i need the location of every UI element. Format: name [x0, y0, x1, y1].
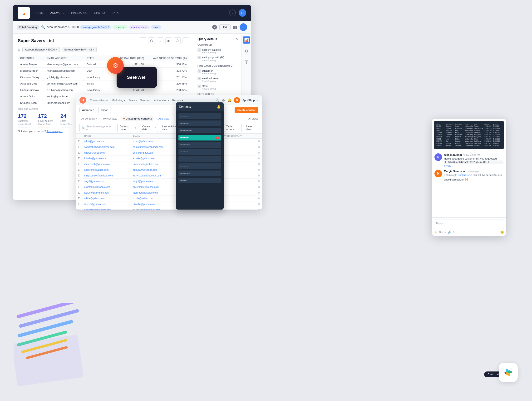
hs-table-actions-button[interactable]: Table actions — [224, 124, 242, 132]
dark-list-item[interactable]: ••••••••••••• — [178, 113, 221, 119]
hs-search-icon[interactable]: 🔍 — [215, 98, 220, 102]
info-sidebar-icon[interactable]: ⓘ — [243, 58, 250, 65]
share-button[interactable]: ⬡ — [174, 37, 181, 44]
row-checkbox[interactable]: ☐ — [76, 162, 82, 167]
contact-dot-action[interactable] — [256, 190, 262, 196]
contact-dot-action[interactable] — [256, 173, 262, 179]
dark-list-item[interactable]: ••••••••••• — [178, 121, 221, 126]
hs-brand-chevron[interactable]: ▾ — [257, 99, 258, 101]
contact-dot-action[interactable] — [256, 139, 262, 144]
row-checkbox[interactable]: ☐ — [76, 173, 82, 179]
row-checkbox[interactable]: ☐ — [76, 196, 82, 201]
hs-all-views-link[interactable]: All views — [248, 117, 258, 120]
contact-dot-action[interactable] — [256, 184, 262, 190]
hs-tab-my-contacts[interactable]: My contacts — [101, 116, 119, 121]
list-item[interactable]: ☐ n.little@yahoo.com n.little@yahoo.com … — [76, 196, 262, 201]
reply-input[interactable]: Reply... — [434, 220, 504, 229]
dark-panel-bell[interactable]: 🔔 — [217, 105, 221, 109]
filter-account-balance[interactable]: Account Balance > 50000 — [22, 47, 60, 52]
contact-dot-action[interactable] — [256, 162, 262, 167]
reply-link-icon[interactable]: 🔗 — [448, 231, 451, 234]
chart-sidebar-icon[interactable]: 📊 — [243, 36, 250, 44]
list-item[interactable]: ☐ jaelynrouli@yahoo.com jaelynrouli@yaho… — [76, 190, 262, 196]
row-checkbox[interactable]: ☐ — [76, 156, 82, 162]
chip-state[interactable]: state — [151, 25, 161, 29]
contact-dot-action[interactable] — [256, 167, 262, 173]
nav-home[interactable]: HOME — [35, 11, 44, 14]
more-options-button[interactable]: ··· — [183, 37, 189, 44]
row-checkbox[interactable]: ☐ — [76, 144, 82, 150]
go-button[interactable]: Go — [219, 24, 231, 30]
chip-savings-growth[interactable]: savings growth (%) > 2 — [80, 25, 111, 29]
hs-nav-service[interactable]: Service — [140, 99, 151, 102]
reply-italic-icon[interactable]: I — [442, 231, 443, 234]
hs-nav-conversations[interactable]: Conversations — [90, 99, 108, 102]
hs-add-view-link[interactable]: + Add view — [156, 117, 169, 120]
list-item[interactable]: ☐ k.boike@yahoo.com k.boike@yahoo.com Un… — [76, 156, 262, 162]
table-view-button[interactable]: ⊞ — [140, 37, 146, 44]
contact-dot-action[interactable] — [256, 156, 262, 162]
list-item[interactable]: ☐ cherek@gmail.com cherek@gmail.com Unas… — [76, 150, 262, 156]
hs-nav-automation[interactable]: Automation — [154, 99, 169, 102]
hs-nav-reports[interactable]: Reports — [172, 99, 183, 102]
contact-dot-action[interactable] — [256, 201, 262, 207]
dark-list-item[interactable]: ••••••••••••• — [178, 142, 221, 148]
nav-spotiq[interactable]: SPOTIQ — [94, 11, 105, 14]
table-row[interactable]: Carlos Rubinowc.rubinow@yahoo.comNew Jer… — [18, 87, 189, 93]
list-item[interactable]: ☐ harleyaguirre@gmail.com harleyaguirre@… — [76, 207, 262, 210]
chart-view-button[interactable]: ⬡ — [148, 37, 155, 44]
search-field[interactable]: 🔍 account balance > 50000 savings growth… — [41, 25, 210, 29]
list-item[interactable]: ☐ a.luis@yahoo.com a.luis@yahoo.com Unas… — [76, 139, 262, 144]
hs-import-button[interactable]: Import — [98, 107, 111, 113]
contact-dot-action[interactable] — [256, 207, 262, 210]
pin-button[interactable]: ◉ — [165, 37, 172, 44]
row-checkbox[interactable]: ☐ — [76, 179, 82, 184]
table-row[interactable]: Michaela Krechmichaelak@outlook.comUtah$… — [18, 68, 189, 74]
dark-list-item[interactable]: ••••••••••••••• — [178, 156, 221, 162]
hs-nav-marketing[interactable]: Marketing — [112, 99, 125, 102]
slack-icon[interactable] — [499, 363, 518, 382]
contact-dot-action[interactable] — [256, 179, 262, 184]
hs-user-avatar[interactable]: S — [234, 97, 240, 103]
hs-tab-unassigned[interactable]: Unassigned contacts — [121, 116, 154, 121]
settings-sidebar-icon[interactable]: ⚙ — [243, 47, 250, 55]
hs-create-date-filter[interactable]: Create date — [140, 124, 158, 132]
reply-list-icon[interactable]: ≡ — [453, 231, 454, 234]
search-clear-button[interactable]: ✕ — [212, 25, 217, 30]
reply-more-icon[interactable]: ··· — [456, 231, 458, 234]
list-item[interactable]: ☐ samarahighman@gmail.com samarahighman@… — [76, 144, 262, 150]
chip-email-address[interactable]: email address — [129, 25, 149, 29]
chip-customer[interactable]: customer — [113, 25, 127, 29]
hs-nav-sales[interactable]: Sales — [128, 99, 137, 102]
hs-contact-owner-filter[interactable]: Contact owner — [117, 124, 138, 132]
query-panel-close[interactable]: ✕ — [235, 37, 238, 41]
row-checkbox[interactable]: ☐ — [76, 139, 82, 144]
row-checkbox[interactable]: ☐ — [76, 201, 82, 207]
list-item[interactable]: ☐ abdullahh@yahoo.com abdullahh@yahoo.co… — [76, 167, 262, 173]
row-checkbox[interactable]: ☐ — [76, 190, 82, 196]
ask-expert-link[interactable]: Ask an expert — [46, 130, 62, 133]
dark-list-item[interactable]: ••••••••• — [178, 178, 221, 183]
row-checkbox[interactable]: ☐ — [76, 184, 82, 190]
reply-lightning-icon[interactable]: ⚡ — [434, 231, 437, 234]
table-row[interactable]: Abraham Cruzabrahamcruz@yahoo.comIllinoi… — [18, 80, 189, 87]
contact-dot-action[interactable] — [256, 196, 262, 201]
contact-dot-action[interactable] — [256, 144, 262, 150]
list-item[interactable]: ☐ kailyn.cottier@outlook.com kailyn.cott… — [76, 173, 262, 179]
dark-list-item[interactable]: ••••••••••• — [178, 163, 221, 169]
row-checkbox[interactable]: ☐ — [76, 207, 82, 210]
list-item[interactable]: ☐ ckurdla@yahoo.com ckurdla@yahoo.com Un… — [76, 201, 262, 207]
table-row[interactable]: Aleena Mayzealeenamayze@yahoo.comColorad… — [18, 61, 189, 68]
source-badge[interactable]: Retail Banking — [17, 25, 39, 30]
reply-strikethrough-icon[interactable]: S̶ — [444, 231, 446, 234]
nav-pinboards[interactable]: PINBOARDS — [71, 11, 88, 14]
menu-button[interactable]: ☰ — [240, 23, 247, 31]
nav-answers[interactable]: ANSWERS — [51, 11, 64, 14]
nav-data[interactable]: DATA — [112, 11, 119, 14]
reply-emoji-icon[interactable]: 😊 — [500, 231, 504, 234]
list-item[interactable]: ☐ danica.leib@yahoo.com danica.leib@yaho… — [76, 162, 262, 167]
contact-dot-action[interactable] — [256, 150, 262, 156]
reply-count[interactable]: 1 reply — [444, 165, 503, 167]
hs-actions-button[interactable]: Actions — [79, 107, 96, 113]
hs-tab-all-contacts[interactable]: All contacts ▾ — [79, 116, 99, 121]
